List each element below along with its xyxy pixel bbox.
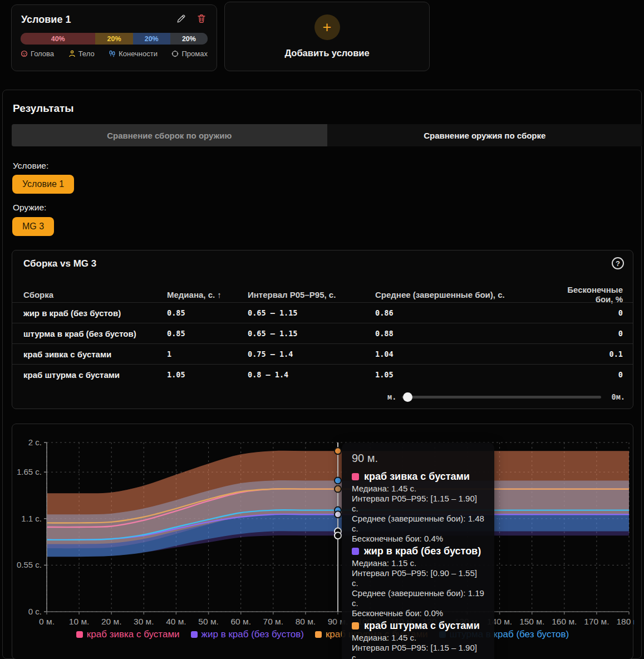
help-icon[interactable]: ?	[612, 257, 624, 269]
condition-chip[interactable]: Условие 1	[12, 175, 74, 194]
ttk-chart-card: 0 с.0.55 с.1.1 с.1.65 с.2 с.0 м.10 м.20 …	[12, 424, 633, 659]
tooltip-stat-line: Интервал P05–P95: [0.90 – 1.55] с.	[352, 568, 484, 588]
table-cell: 1	[167, 350, 248, 358]
damage-zone-label: Промах	[181, 50, 207, 58]
pencil-icon	[176, 13, 186, 26]
weapon-chip[interactable]: MG 3	[12, 217, 54, 236]
table-cell: краб зивка с бустами	[23, 350, 167, 359]
tooltip-stat-line: Интервал P05–P95: [1.15 – 1.90] с.	[352, 494, 484, 514]
legend-swatch	[191, 631, 198, 638]
tooltip-series-name: краб штурма с бустами	[364, 619, 480, 632]
weapon-filter-label: Оружие:	[13, 203, 46, 213]
y-tick-label: 0.55 с.	[17, 560, 42, 569]
chart-tooltip: 90 м. краб зивка с бустамиМедиана: 1.45 …	[342, 442, 494, 659]
table-row: жир в краб (без бустов)0.850.65 – 1.150.…	[12, 302, 633, 323]
tooltip-swatch	[352, 622, 359, 630]
table-cell: штурма в краб (без бустов)	[23, 329, 167, 338]
x-tick-label: 60 м.	[230, 617, 251, 626]
damage-segment-2: 20%	[133, 33, 170, 45]
table-cell: 0	[559, 308, 623, 317]
x-tick-label: 160 м.	[552, 617, 577, 626]
tooltip-stat-line: Интервал P05–P95: [1.15 – 1.90] с.	[352, 643, 484, 659]
hover-dot	[335, 486, 341, 493]
damage-segment-1: 20%	[95, 33, 132, 45]
table-cell: 0.65 – 1.15	[248, 308, 375, 317]
table-cell: 1.05	[167, 370, 248, 379]
edit-condition-button[interactable]	[175, 12, 188, 27]
damage-distribution-bar[interactable]: 40%20%20%20%	[21, 33, 208, 45]
table-cell: 0.1	[559, 350, 623, 358]
hover-dot	[335, 511, 341, 518]
tab-compare-weapons-by-build[interactable]: Сравнение оружия по сборке	[327, 124, 643, 146]
table-body: жир в краб (без бустов)0.850.65 – 1.150.…	[12, 302, 633, 385]
tooltip-entry-title: краб зивка с бустами	[352, 470, 484, 483]
condition-card-title: Условие 1	[21, 14, 167, 26]
x-tick-label: 180 м.	[616, 617, 634, 626]
results-tab-bar: Сравнение сборок по оружию Сравнение ору…	[12, 124, 642, 146]
damage-zone-1: Тело	[68, 50, 95, 58]
x-tick-label: 170 м.	[584, 617, 609, 626]
damage-segment-3: 20%	[170, 33, 208, 45]
table-cell: 1.05	[375, 370, 559, 379]
damage-zone-label: Конечности	[119, 50, 158, 58]
tooltip-series-name: краб зивка с бустами	[364, 470, 470, 483]
trash-icon	[196, 13, 207, 26]
table-header: СборкаМедиана, с. ↑Интервал P05–P95, с.С…	[12, 285, 633, 302]
legend-item-1[interactable]: жир в краб (без бустов)	[191, 629, 304, 640]
table-column-header-4: Бесконечные бои, %	[559, 285, 623, 304]
body-icon	[68, 50, 76, 57]
x-tick-label: 30 м.	[134, 617, 154, 626]
hover-dot	[335, 447, 341, 454]
x-tick-label: 80 м.	[296, 617, 316, 626]
x-tick-label: 40 м.	[166, 617, 186, 626]
table-cell: 0.86	[375, 308, 559, 317]
tooltip-series-name: жир в краб (без бустов)	[364, 545, 481, 557]
table-row: краб штурма с бустами1.050.8 – 1.41.050	[12, 364, 633, 385]
x-tick-label: 0 м.	[39, 617, 55, 626]
table-column-header-0: Сборка	[23, 290, 167, 299]
tooltip-swatch	[352, 473, 359, 480]
builds-table-card: Сборка vs MG 3 ? СборкаМедиана, с. ↑Инте…	[12, 250, 633, 409]
table-cell: 0.75 – 1.4	[248, 350, 375, 358]
y-tick-label: 0 с.	[28, 607, 42, 616]
miss-icon	[171, 50, 179, 57]
tooltip-stat-line: Бесконечные бои: 0.4%	[352, 534, 484, 544]
table-cell: краб штурма с бустами	[23, 370, 167, 380]
table-title: Сборка vs MG 3	[23, 258, 96, 269]
table-column-header-1[interactable]: Медиана, с. ↑	[167, 290, 248, 299]
tooltip-entry-title: краб штурма с бустами	[352, 619, 484, 632]
x-tick-label: 20 м.	[101, 617, 122, 626]
x-tick-label: 150 м.	[519, 617, 544, 626]
legend-swatch	[315, 631, 322, 638]
damage-zones-legend: ГоловаТелоКонечностиПромах	[21, 50, 208, 58]
damage-zone-3: Промах	[171, 50, 207, 58]
table-row: краб зивка с бустами10.75 – 1.41.040.1	[12, 343, 633, 364]
tooltip-stat-line: Среднее (завершенные бои): 1.19 с.	[352, 588, 484, 608]
head-icon	[21, 50, 28, 57]
x-tick-label: 70 м.	[263, 617, 284, 626]
distance-slider[interactable]	[402, 396, 601, 399]
slider-thumb[interactable]	[403, 392, 412, 402]
slider-value-label: 0м.	[612, 392, 625, 401]
table-cell: 0.85	[167, 329, 248, 338]
limbs-icon	[109, 50, 116, 57]
x-tick-label: 50 м.	[198, 617, 219, 626]
delete-condition-button[interactable]	[195, 12, 208, 27]
tooltip-entry-0: краб зивка с бустамиМедиана: 1.45 с.Инте…	[352, 470, 484, 544]
y-tick-label: 2 с.	[28, 437, 42, 447]
tooltip-entry-title: жир в краб (без бустов)	[352, 545, 484, 557]
add-condition-label: Добавить условие	[284, 48, 369, 58]
table-cell: 0.8 – 1.4	[248, 370, 375, 379]
condition-filter-label: Условие:	[13, 161, 48, 171]
table-cell: 0.85	[167, 308, 248, 317]
table-cell: жир в краб (без бустов)	[23, 308, 167, 318]
tooltip-entry-1: жир в краб (без бустов)Медиана: 1.15 с.И…	[352, 545, 484, 618]
ttk-area-chart[interactable]: 0 с.0.55 с.1.1 с.1.65 с.2 с.0 м.10 м.20 …	[12, 424, 634, 659]
x-tick-label: 10 м.	[69, 617, 90, 626]
results-panel: Результаты Сравнение сборок по оружию Ср…	[2, 90, 642, 659]
legend-item-0[interactable]: краб зивка с бустами	[76, 629, 180, 640]
add-condition-card[interactable]: + Добавить условие	[224, 2, 430, 71]
tooltip-distance: 90 м.	[352, 451, 484, 465]
tab-compare-builds-by-weapon[interactable]: Сравнение сборок по оружию	[12, 124, 327, 146]
table-cell: 0.88	[375, 329, 559, 338]
